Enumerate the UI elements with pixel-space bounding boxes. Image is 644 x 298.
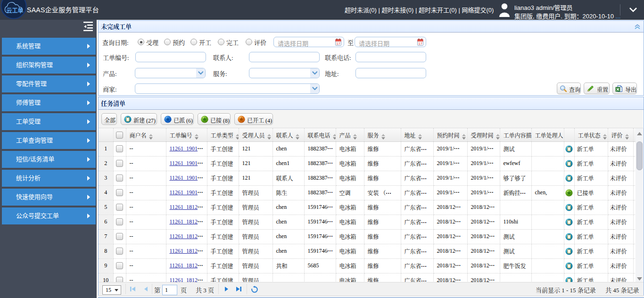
svg-text:17: 17 <box>336 41 340 46</box>
svg-text:云工单: 云工单 <box>6 7 23 14</box>
svg-text:17: 17 <box>418 41 422 46</box>
